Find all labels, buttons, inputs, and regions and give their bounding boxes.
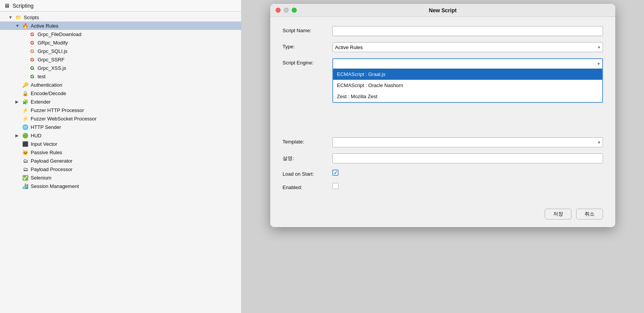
toggle-hud: ▶ (15, 133, 21, 138)
monitor-icon: 🖥 (4, 2, 10, 9)
description-row: 설명: (283, 153, 603, 163)
tree-item-hud[interactable]: ▶ 🟢 HUD (0, 131, 241, 140)
dialog-titlebar: New Script (270, 4, 615, 17)
dropdown-ecma-nashorn[interactable]: ECMAScript : Oracle Nashorn (333, 80, 602, 91)
toggle-active-rules: ▼ (15, 23, 21, 28)
maximize-button[interactable] (292, 8, 297, 13)
script-engine-control: ▾ ECMAScript : Graal.js ECMAScript : Ora… (332, 58, 603, 68)
dialog-title: New Script (429, 7, 457, 13)
enabled-control (332, 183, 603, 189)
label-encode-decode: Encode/Decode (31, 91, 66, 96)
scripts-folder-icon: 📁 (15, 14, 22, 20)
description-control (332, 153, 603, 163)
tree-active-rules[interactable]: ▼ 🔥 Active Rules (0, 21, 241, 30)
tree-scripts[interactable]: ▼ 📁 Scripts (0, 13, 241, 21)
label-grpc-ssrf: Grpc_SSRF (38, 57, 64, 63)
hud-icon: 🟢 (21, 132, 29, 138)
type-row: Type: Active Rules ▾ (283, 42, 603, 52)
g-icon-grpc-ssrf: G (28, 56, 36, 63)
type-chevron: ▾ (598, 45, 600, 50)
script-engine-select[interactable]: ▾ (332, 58, 603, 68)
tree-item-session-management[interactable]: 🏄 Session Management (0, 182, 241, 190)
script-name-label: Script Name: (283, 26, 332, 33)
tree-item-payload-generator[interactable]: 🗂 Payload Generator (0, 156, 241, 165)
tree-item-selenium[interactable]: ✅ Selenium (0, 173, 241, 182)
script-name-input[interactable] (332, 26, 603, 36)
minimize-button[interactable] (284, 8, 289, 13)
label-http-sender: HTTP Sender (31, 124, 61, 130)
enabled-checkbox[interactable] (332, 183, 338, 189)
script-name-control (332, 26, 603, 36)
tree-item-payload-processor[interactable]: 🗂 Payload Processor (0, 165, 241, 173)
tree-item-authentication[interactable]: 🔑 Authentication (0, 81, 241, 89)
tree-item-grpc-xss[interactable]: G Grpc_XSS.js (0, 64, 241, 72)
load-on-start-label: Load on Start: (283, 170, 332, 177)
label-fuzzer-http: Fuzzer HTTP Processor (31, 107, 84, 113)
type-select[interactable]: Active Rules ▾ (332, 42, 603, 52)
fuzzer-ws-icon: ⚡ (21, 115, 29, 122)
load-on-start-row: Load on Start: ✓ (283, 170, 603, 177)
template-select[interactable]: ▾ (332, 137, 603, 147)
fuzzer-http-icon: ⚡ (21, 107, 29, 113)
encode-decode-icon: 🔒 (21, 90, 29, 96)
tree-item-encode-decode[interactable]: 🔒 Encode/Decode (0, 89, 241, 97)
tree-item-fuzzer-ws[interactable]: ⚡ Fuzzer WebSocket Processor (0, 114, 241, 123)
dropdown-ecma-graal[interactable]: ECMAScript : Graal.js (333, 69, 602, 80)
label-payload-processor: Payload Processor (31, 166, 72, 172)
label-grpc-xss: Grpc_XSS.js (38, 65, 66, 71)
cancel-button[interactable]: 취소 (576, 209, 603, 219)
script-engine-chevron: ▾ (598, 61, 600, 66)
g-icon-grpc-sqli: G (28, 48, 36, 54)
template-label: Template: (283, 137, 332, 145)
payload-generator-icon: 🗂 (21, 158, 29, 164)
label-payload-generator: Payload Generator (31, 158, 72, 164)
active-rules-label: Active Rules (31, 23, 58, 29)
g-icon-grpc-filedownload: G (28, 31, 36, 37)
save-button[interactable]: 저장 (545, 209, 572, 219)
description-input[interactable] (332, 153, 603, 163)
dialog-footer: 저장 취소 (270, 204, 615, 227)
load-on-start-control: ✓ (332, 170, 603, 176)
label-selenium: Selenium (31, 175, 51, 181)
template-row: Template: ▾ (283, 137, 603, 147)
type-control: Active Rules ▾ (332, 42, 603, 52)
tree-root: ▼ 📁 Scripts ▼ 🔥 Active Rules G Grpc_File… (0, 12, 241, 192)
load-on-start-checkbox[interactable]: ✓ (332, 170, 338, 176)
left-panel: 🖥 Scripting ▼ 📁 Scripts ▼ 🔥 Active Rules… (0, 0, 242, 313)
tree-item-extender[interactable]: ▶ 🧩 Extender (0, 97, 241, 106)
extender-icon: 🧩 (21, 99, 29, 105)
active-rules-icon: 🔥 (21, 23, 29, 29)
dropdown-zest[interactable]: Zest : Mozilla Zest (333, 91, 602, 102)
passive-rules-icon: 🐱 (21, 149, 29, 155)
scripting-label: Scripting (13, 3, 33, 9)
right-panel: New Script Script Name: Type: Active Rul… (242, 0, 644, 313)
input-vector-icon: ⬛ (21, 141, 29, 147)
load-on-start-checkmark: ✓ (334, 170, 338, 176)
enabled-label: Enabled: (283, 183, 332, 190)
label-grpc-sqli: Grpc_SQLI.js (38, 48, 67, 54)
tree-item-passive-rules[interactable]: 🐱 Passive Rules (0, 148, 241, 156)
tree-item-grpc-modify[interactable]: G GRpc_Modify (0, 38, 241, 47)
label-test: test (38, 74, 46, 79)
g-icon-test: G (28, 73, 36, 79)
script-name-row: Script Name: (283, 26, 603, 36)
tree-item-test[interactable]: G test (0, 72, 241, 81)
tree-item-http-sender[interactable]: 🌐 HTTP Sender (0, 123, 241, 131)
label-grpc-filedownload: Grpc_FileDownload (38, 31, 81, 37)
payload-processor-icon: 🗂 (21, 166, 29, 172)
tree-item-grpc-ssrf[interactable]: G Grpc_SSRF (0, 55, 241, 64)
template-chevron: ▾ (598, 140, 600, 145)
label-authentication: Authentication (31, 82, 62, 88)
script-engine-row: Script Engine: ▾ ECMAScript : Graal.js E… (283, 58, 603, 68)
label-passive-rules: Passive Rules (31, 150, 62, 155)
tree-item-fuzzer-http[interactable]: ⚡ Fuzzer HTTP Processor (0, 106, 241, 114)
label-grpc-modify: GRpc_Modify (38, 40, 68, 46)
tree-item-grpc-sqli[interactable]: G Grpc_SQLI.js (0, 47, 241, 55)
tree-item-input-vector[interactable]: ⬛ Input Vector (0, 140, 241, 148)
tree-item-grpc-filedownload[interactable]: G Grpc_FileDownload (0, 30, 241, 38)
close-button[interactable] (276, 8, 281, 13)
dialog-body: Script Name: Type: Active Rules ▾ Script… (270, 17, 615, 204)
type-label: Type: (283, 42, 332, 49)
g-icon-grpc-modify: G (28, 40, 36, 46)
label-session-management: Session Management (31, 183, 79, 189)
